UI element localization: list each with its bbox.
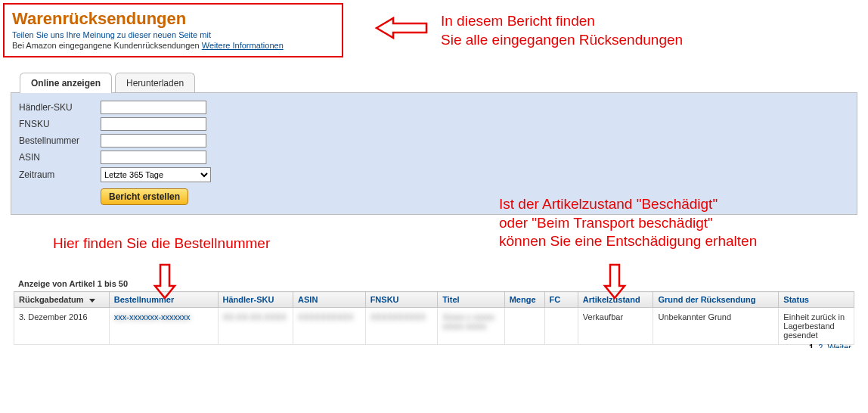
col-reason[interactable]: Grund der Rücksendung [653, 292, 779, 308]
results-summary: Anzeige von Artikel 1 bis 50 [18, 279, 865, 288]
label-fnsku: FNSKU [19, 119, 101, 129]
annotation-mid: Hier finden Sie die Bestellnummer [53, 234, 270, 253]
cell-order-link[interactable]: xxx-xxxxxxx-xxxxxxx [114, 312, 191, 321]
col-asin[interactable]: ASIN [293, 292, 366, 308]
annotation-right-line3: können Sie eine Entschädigung erhalten [499, 232, 757, 251]
col-date[interactable]: Rückgabedatum [14, 292, 110, 308]
label-order: Bestellnummer [19, 135, 101, 146]
annotation-top-line1: In diesem Bericht finden [441, 12, 683, 31]
subtitle-line: Bei Amazon eingegangene Kundenrücksendun… [12, 41, 334, 50]
col-title[interactable]: Titel [438, 292, 505, 308]
label-asin: ASIN [19, 152, 101, 163]
page-2-link[interactable]: 2 [818, 343, 823, 348]
input-asin[interactable] [101, 151, 206, 164]
input-order[interactable] [101, 134, 206, 148]
select-period[interactable]: Letzte 365 Tage [101, 167, 211, 182]
tabs-row: Online anzeigen Herunterladen [20, 73, 865, 93]
page-current: 1 [809, 343, 814, 348]
page-title: Warenrücksendungen [12, 9, 334, 29]
page-header-box: Warenrücksendungen Teilen Sie uns Ihre M… [3, 3, 343, 57]
annotation-top-line2: Sie alle eingegangen Rücksendungen [441, 31, 683, 50]
annotation-right-line1: Ist der Artikelzustand "Beschädigt" [499, 195, 757, 214]
cell-condition: Verkaufbar [578, 308, 653, 345]
feedback-link[interactable]: Teilen Sie uns Ihre Meinung zu dieser ne… [12, 30, 334, 39]
col-sku[interactable]: Händler-SKU [218, 292, 293, 308]
cell-date: 3. Dezember 2016 [14, 308, 110, 345]
more-info-link[interactable]: Weitere Informationen [202, 41, 284, 50]
create-report-button[interactable]: Bericht erstellen [101, 188, 188, 205]
col-fc[interactable]: FC [544, 292, 578, 308]
label-sku: Händler-SKU [19, 102, 101, 113]
arrow-left-icon [377, 17, 422, 36]
annotation-right: Ist der Artikelzustand "Beschädigt" oder… [499, 195, 757, 251]
cell-status: Einheit zurück in Lagerbestand gesendet [779, 308, 854, 345]
subtitle-text: Bei Amazon eingegangene Kundenrücksendun… [12, 41, 202, 50]
sort-desc-icon [89, 299, 95, 303]
cell-title: Xxxxx x xxxxx xxxxx xxxxx [442, 312, 494, 331]
page-next-link[interactable]: Weiter [827, 343, 851, 348]
results-table: Rückgabedatum Bestellnummer Händler-SKU … [14, 291, 854, 345]
label-period: Zeitraum [19, 169, 101, 180]
cell-asin: XXXXXXXXXX [298, 312, 353, 321]
annotation-top: In diesem Bericht finden Sie alle eingeg… [441, 12, 683, 49]
col-fnsku[interactable]: FNSKU [365, 292, 438, 308]
input-fnsku[interactable] [101, 117, 206, 131]
table-row: 3. Dezember 2016 xxx-xxxxxxx-xxxxxxx XX-… [14, 308, 854, 345]
input-sku[interactable] [101, 101, 206, 114]
cell-sku: XX-XX-XX-XXXX [223, 312, 287, 321]
svg-marker-0 [377, 18, 426, 38]
col-status[interactable]: Status [779, 292, 854, 308]
col-date-label: Rückgabedatum [19, 295, 84, 304]
cell-reason: Unbekannter Grund [653, 308, 779, 345]
col-qty[interactable]: Menge [504, 292, 544, 308]
annotation-right-line2: oder "Beim Transport beschädigt" [499, 214, 757, 233]
tab-online-view[interactable]: Online anzeigen [20, 73, 112, 93]
tab-download[interactable]: Herunterladen [115, 73, 195, 93]
pagination: 1 2 Weiter [809, 343, 851, 348]
cell-fnsku: XXXXXXXXXX [370, 312, 426, 321]
